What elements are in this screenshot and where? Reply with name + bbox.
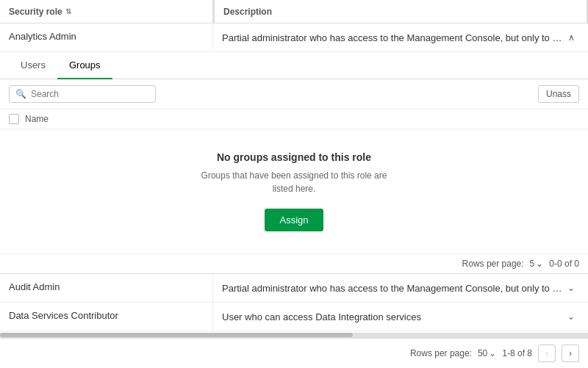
desc-cell: User who can access Data Integration ser… [213,303,588,331]
desc-text: User who can access Data Integration ser… [222,311,563,322]
rows-per-page-select[interactable]: 5 ⌄ [530,259,544,269]
role-name: Data Services Contributor [9,310,118,321]
inner-pagination: Rows per page: 5 ⌄ 0-0 of 0 [0,253,588,273]
role-header-label: Security role [9,7,62,17]
desc-text: Partial administrator who has access to … [222,283,563,294]
table-header: Security role ⇅ Description [0,0,588,24]
role-column-header: Security role ⇅ [0,0,213,23]
search-bar: 🔍 Unass [0,79,588,109]
collapse-button[interactable]: ∧ [564,31,579,44]
rows-per-page-label: Rows per page: [462,259,524,269]
expanded-panel: Users Groups 🔍 Unass Name [0,52,588,274]
role-name: Audit Admin [9,281,60,292]
search-input[interactable] [31,89,149,99]
table-row: Analytics Admin Partial administrator wh… [0,24,588,52]
table-row: Data Services Contributor User who can a… [0,303,588,331]
panel-col-header: Name [0,109,588,129]
unassign-button[interactable]: Unass [538,85,579,103]
tab-users[interactable]: Users [9,52,57,79]
role-cell: Audit Admin [0,274,213,302]
role-cell: Data Services Contributor [0,303,213,331]
rows-count: 0-0 of 0 [549,259,579,269]
main-container: Security role ⇅ Description Analytics Ad… [0,0,588,368]
chevron-down-icon: ⌄ [536,259,543,269]
desc-column-header: Description [215,0,587,23]
desc-cell: Partial administrator who has access to … [213,274,588,302]
table-body: Analytics Admin Partial administrator wh… [0,24,588,333]
sort-icon: ⇅ [65,7,71,15]
empty-title: No groups assigned to this role [217,151,371,163]
search-input-wrap: 🔍 [9,85,156,103]
assign-button[interactable]: Assign [265,209,323,231]
table-row: Audit Admin Partial administrator who ha… [0,274,588,303]
desc-cell: Partial administrator who has access to … [213,24,588,51]
expand-button[interactable]: ⌄ [563,310,579,323]
bottom-rows-per-page-select[interactable]: 50 ⌄ [478,348,496,358]
name-col-label: Name [25,114,49,124]
prev-page-button[interactable]: ‹ [538,344,556,362]
search-icon: 🔍 [15,89,26,99]
next-page-button[interactable]: › [562,344,579,362]
tabs-container: Users Groups [0,52,588,79]
role-cell: Analytics Admin [0,24,213,51]
desc-header-label: Description [223,7,272,17]
empty-state: No groups assigned to this role Groups t… [0,129,588,253]
expand-button[interactable]: ⌄ [563,281,579,295]
bottom-pagination-bar: Rows per page: 50 ⌄ 1-8 of 8 ‹ › [0,337,588,368]
bottom-rows-count: 1-8 of 8 [502,348,532,358]
select-all-checkbox[interactable] [9,114,19,124]
bottom-rows-per-page-label: Rows per page: [410,348,472,358]
chevron-down-icon: ⌄ [489,348,496,358]
empty-desc: Groups that have been assigned to this r… [201,169,387,195]
rows-per-page-value: 5 [530,259,535,269]
tab-groups[interactable]: Groups [57,52,112,79]
desc-text: Partial administrator who has access to … [222,32,564,43]
bottom-rows-per-page-value: 50 [478,348,487,358]
role-name: Analytics Admin [9,31,76,42]
